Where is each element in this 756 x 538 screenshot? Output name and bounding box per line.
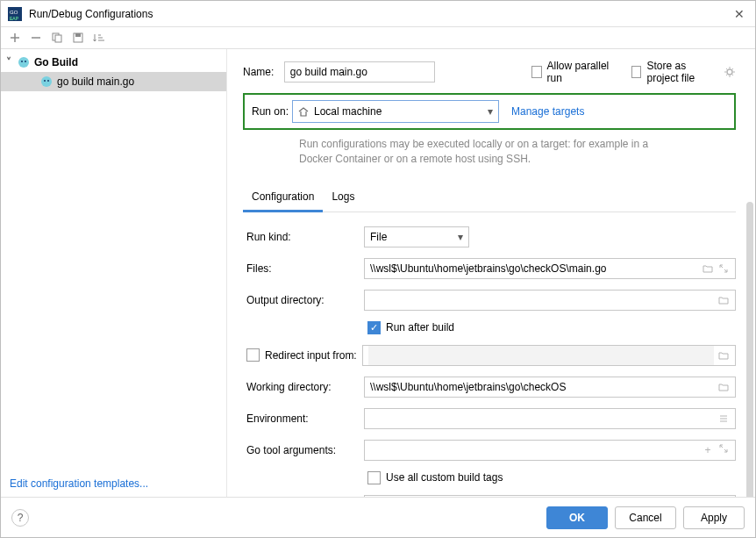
store-project-checkbox[interactable]: Store as project file bbox=[631, 60, 718, 84]
run-on-label: Run on: bbox=[252, 105, 292, 118]
cancel-button[interactable]: Cancel bbox=[615, 506, 676, 529]
chevron-down-icon: ▾ bbox=[458, 231, 463, 243]
files-input[interactable] bbox=[370, 259, 698, 278]
expand-icon[interactable] bbox=[717, 264, 730, 273]
folder-icon[interactable] bbox=[702, 264, 714, 273]
titlebar: GOEAP Run/Debug Configurations ✕ bbox=[1, 1, 755, 27]
manage-targets-link[interactable]: Manage targets bbox=[511, 105, 584, 118]
svg-point-7 bbox=[18, 57, 29, 68]
tabs: Configuration Logs bbox=[243, 187, 736, 212]
store-project-label: Store as project file bbox=[646, 60, 718, 84]
redirect-input-checkbox[interactable] bbox=[246, 348, 260, 362]
run-after-build-checkbox[interactable]: ✓ Run after build bbox=[367, 321, 736, 334]
save-icon[interactable] bbox=[71, 31, 85, 45]
workdir-input[interactable] bbox=[370, 377, 714, 397]
custom-tags-label: Use all custom build tags bbox=[386, 471, 503, 484]
svg-point-10 bbox=[41, 76, 52, 87]
list-icon[interactable] bbox=[717, 414, 730, 423]
go-icon bbox=[39, 75, 53, 89]
run-on-panel: Run on: Local machine ▾ Manage targets bbox=[243, 93, 736, 130]
allow-parallel-checkbox[interactable]: Allow parallel run bbox=[531, 60, 610, 84]
allow-parallel-label: Allow parallel run bbox=[547, 60, 610, 84]
redirect-input-field[interactable] bbox=[368, 346, 714, 365]
expand-icon[interactable] bbox=[717, 444, 730, 456]
svg-text:EAP: EAP bbox=[10, 16, 19, 21]
tree-parent-go-build[interactable]: ˅ Go Build bbox=[1, 53, 226, 72]
name-label: Name: bbox=[243, 66, 284, 78]
run-on-value: Local machine bbox=[314, 105, 382, 118]
apply-button[interactable]: Apply bbox=[683, 506, 745, 529]
tree-item-label: go build main.go bbox=[57, 75, 134, 88]
svg-point-11 bbox=[44, 80, 46, 82]
env-input[interactable] bbox=[370, 409, 714, 428]
folder-icon[interactable] bbox=[717, 296, 730, 305]
copy-icon[interactable] bbox=[50, 31, 64, 45]
workdir-label: Working directory: bbox=[243, 381, 364, 393]
sort-icon[interactable] bbox=[92, 31, 106, 45]
window-title: Run/Debug Configurations bbox=[29, 8, 731, 20]
output-dir-input[interactable] bbox=[370, 291, 714, 310]
help-icon[interactable]: ? bbox=[11, 509, 29, 527]
tab-logs[interactable]: Logs bbox=[323, 187, 363, 212]
env-label: Environment: bbox=[243, 412, 364, 425]
gear-icon[interactable] bbox=[724, 66, 736, 78]
svg-point-13 bbox=[727, 69, 732, 75]
run-kind-value: File bbox=[370, 231, 387, 243]
run-on-select[interactable]: Local machine ▾ bbox=[292, 100, 499, 123]
svg-point-8 bbox=[21, 61, 23, 62]
app-icon: GOEAP bbox=[8, 7, 22, 21]
checkbox-icon bbox=[631, 66, 642, 78]
folder-icon[interactable] bbox=[717, 383, 730, 391]
tree-parent-label: Go Build bbox=[34, 56, 78, 68]
name-input[interactable] bbox=[284, 61, 435, 82]
gotool-input[interactable] bbox=[370, 441, 698, 460]
files-label: Files: bbox=[243, 262, 364, 275]
checkbox-icon bbox=[531, 66, 542, 78]
toolbar bbox=[1, 27, 755, 48]
svg-rect-4 bbox=[55, 35, 61, 42]
chevron-down-icon: ▾ bbox=[488, 105, 493, 118]
checkbox-checked-icon: ✓ bbox=[367, 321, 381, 334]
plus-icon[interactable]: + bbox=[702, 444, 714, 456]
edit-templates-link[interactable]: Edit configuration templates... bbox=[1, 470, 226, 497]
tree-item-selected[interactable]: go build main.go bbox=[1, 72, 226, 91]
custom-tags-checkbox[interactable]: Use all custom build tags bbox=[367, 471, 736, 484]
svg-point-9 bbox=[25, 61, 26, 62]
svg-text:GO: GO bbox=[10, 10, 18, 15]
tab-configuration[interactable]: Configuration bbox=[243, 187, 323, 212]
run-kind-label: Run kind: bbox=[243, 231, 364, 243]
svg-point-12 bbox=[47, 80, 49, 82]
run-kind-select[interactable]: File ▾ bbox=[364, 226, 469, 247]
close-icon[interactable]: ✕ bbox=[731, 7, 748, 21]
svg-rect-6 bbox=[75, 33, 81, 37]
run-on-hint: Run configurations may be executed local… bbox=[299, 137, 650, 168]
add-icon[interactable] bbox=[8, 31, 22, 45]
remove-icon[interactable] bbox=[29, 31, 43, 45]
folder-icon[interactable] bbox=[717, 351, 730, 360]
scrollbar[interactable] bbox=[746, 202, 753, 497]
checkbox-icon bbox=[367, 471, 381, 484]
prog-args-input[interactable] bbox=[370, 496, 698, 497]
output-dir-label: Output directory: bbox=[243, 294, 364, 306]
go-icon bbox=[17, 55, 31, 69]
chevron-down-icon[interactable]: ˅ bbox=[6, 56, 17, 68]
ok-button[interactable]: OK bbox=[546, 506, 608, 529]
redirect-input-label: Redirect input from: bbox=[265, 349, 357, 362]
home-icon bbox=[298, 106, 309, 117]
gotool-label: Go tool arguments: bbox=[243, 444, 364, 456]
config-tree: ˅ Go Build go build main.go bbox=[1, 49, 226, 470]
run-after-build-label: Run after build bbox=[386, 321, 454, 334]
